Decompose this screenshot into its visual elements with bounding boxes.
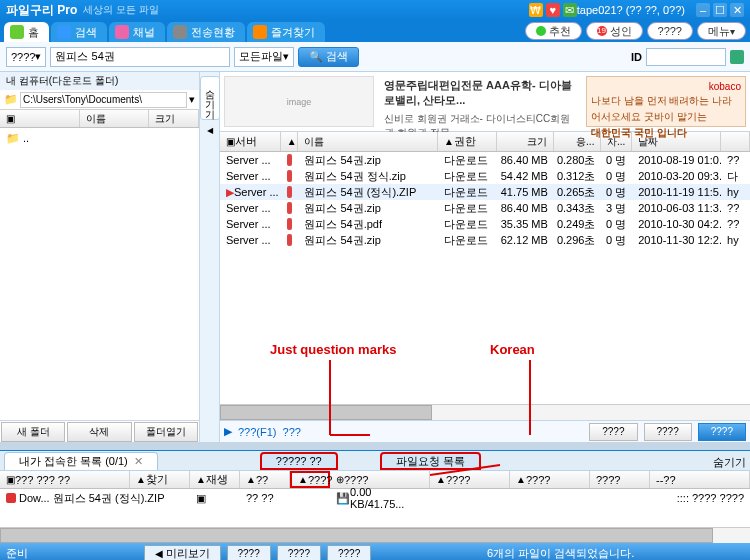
lower-hide-button[interactable]: 숨기기 [713,455,746,470]
search-bar: ???? ▾ 모든파일 ▾ 🔍 검색 ID [0,42,750,72]
tab-channel[interactable]: 채널 [109,22,165,42]
banner-thumb[interactable]: image [224,76,374,127]
footer-btn1[interactable]: ???? [589,423,637,441]
lcol-8[interactable]: --?? [650,471,750,488]
status-count: 6개의 파일이 검색되었습니다. [487,546,634,561]
path-dropdown-icon[interactable]: ▾ [189,93,195,106]
category-select[interactable]: ???? ▾ [6,47,46,67]
tab-close-icon[interactable]: ✕ [134,455,143,468]
lcol-play[interactable]: ▲ 재생 [190,471,240,488]
result-row[interactable]: ▶ Server ...원피스 54권 (정식).ZIP다운로드41.75 MB… [220,184,750,200]
path-input[interactable] [20,92,187,108]
lcol-6[interactable]: ▲ ???? [510,471,590,488]
lcol-7[interactable]: ???? [590,471,650,488]
search-input[interactable] [50,47,230,67]
status-btn3[interactable]: ???? [277,545,321,560]
collapse-strip: 숨기기 ◀ [200,72,220,442]
result-row[interactable]: Server ...원피스 54권.zip다운로드62.12 MB0.296초0… [220,232,750,248]
footer-btn3[interactable]: ???? [698,423,746,441]
result-row[interactable]: Server ...원피스 54권.zip다운로드86.40 MB0.343초3… [220,200,750,216]
tab-transfer[interactable]: 전송현황 [167,22,245,42]
sidebar-title: 내 컴퓨터(다운로드 폴더) [0,72,199,90]
user-label: tape021? (?? ??, 0??) [577,4,685,16]
col-server[interactable]: ▣ 서버 [220,132,281,151]
main-area: 내 컴퓨터(다운로드 폴더) 📁 ▾ ▣ 이름 크기 📁 .. 새 폴더 삭제 … [0,72,750,442]
titlebar: 파일구리 Pro 세상의 모든 파일 ₩ ♥ ✉ tape021? (?? ??… [0,0,750,20]
lcol-find[interactable]: ▲ 찾기 [130,471,190,488]
play-icon[interactable]: ▣ [196,492,206,505]
delete-button[interactable]: 삭제 [67,422,131,442]
preview-button[interactable]: ◀ 미리보기 [144,545,221,560]
minimize-icon[interactable]: – [696,3,710,17]
close-icon[interactable]: ✕ [730,3,744,17]
tab-file-request[interactable]: 파일요청 목록 [380,452,481,470]
mail-icon[interactable]: ✉ [563,3,577,17]
results-body[interactable]: Server ...원피스 54권.zip다운로드86.40 MB0.280초0… [220,152,750,404]
search-button[interactable]: 🔍 검색 [298,47,359,67]
coin-icon[interactable]: ₩ [529,3,543,17]
folder-list[interactable]: 📁 .. [0,128,199,420]
footer-btn2[interactable]: ???? [644,423,692,441]
app-logo: 파일구리 Pro [6,2,77,19]
lower-h-scrollbar[interactable] [0,527,750,543]
result-row[interactable]: Server ...원피스 54권.pdf다운로드35.35 MB0.249초0… [220,216,750,232]
horizontal-splitter[interactable] [0,442,750,450]
file-icon [6,493,16,503]
col-icon[interactable]: ▣ [0,110,80,127]
parent-folder-item[interactable]: 📁 .. [6,132,193,145]
folder-sidebar: 내 컴퓨터(다운로드 폴더) 📁 ▾ ▣ 이름 크기 📁 .. 새 폴더 삭제 … [0,72,200,442]
col-permission[interactable]: ▲ 권한 [438,132,497,151]
channel-icon [115,25,129,39]
open-folder-button[interactable]: 폴더열기 [134,422,198,442]
main-tabs: 홈 검색 채널 전송현황 즐겨찾기 추천 19성인 ???? 메뉴 ▾ [0,20,750,42]
col-size[interactable]: 크기 [149,110,199,127]
home-icon [10,25,24,39]
app-subtitle: 세상의 모든 파일 [83,3,159,17]
lcol-0[interactable]: ▣ ??? ??? ?? [0,471,130,488]
chevron-left-icon[interactable]: ◀ [207,126,213,135]
lower-tabs: 내가 접속한 목록 (0/1)✕ ????? ?? 파일요청 목록 숨기기 [0,451,750,471]
tab-search[interactable]: 검색 [51,22,107,42]
tab-connected-list[interactable]: 내가 접속한 목록 (0/1)✕ [4,452,158,470]
lower-panel: 내가 접속한 목록 (0/1)✕ ????? ?? 파일요청 목록 숨기기 ▣ … [0,450,750,543]
hide-sidebar-button[interactable]: 숨기기 [200,76,220,120]
col-type-icon[interactable]: ▲ [281,132,299,151]
id-input[interactable] [646,48,726,66]
folder-icon: 📁 [4,93,18,106]
id-go-icon[interactable] [730,50,744,64]
result-row[interactable]: Server ...원피스 54권 정식.zip다운로드54.42 MB0.31… [220,168,750,184]
tab-favorites[interactable]: 즐겨찾기 [247,22,325,42]
col-filename[interactable]: 이름 [298,132,437,151]
lcol-q[interactable]: ▲ ?? [240,471,290,488]
status-bar: 준비 ◀ 미리보기 ???? ???? ???? 6개의 파일이 검색되었습니다… [0,543,750,560]
col-filesize[interactable]: 크기 [497,132,554,151]
star-icon [253,25,267,39]
unknown-button[interactable]: ???? [647,22,693,40]
menu-button[interactable]: 메뉴 ▾ [697,22,746,40]
new-folder-button[interactable]: 새 폴더 [1,422,65,442]
tab-unknown[interactable]: ????? ?? [260,452,338,470]
h-scrollbar[interactable] [220,404,750,420]
banner-line1[interactable]: 영문주립대편입전문 AAA유학- 디아블로밸리, 산타모... [384,78,576,108]
search-icon [57,25,71,39]
result-row[interactable]: Server ...원피스 54권.zip다운로드86.40 MB0.280초0… [220,152,750,168]
banner-side-ad[interactable]: kobaco 나보다 남을 먼저 배려하는 나라 어서오세요 굿바이 말기는 대… [586,76,746,127]
disk-icon: 💾 [336,492,350,505]
help-icon[interactable]: ▶ [224,425,232,438]
lcol-5[interactable]: ▲ ???? [430,471,510,488]
sidebar-columns: ▣ 이름 크기 [0,110,199,128]
recommend-button[interactable]: 추천 [525,22,582,40]
filter-select[interactable]: 모든파일 ▾ [234,47,294,67]
maximize-icon[interactable]: ☐ [713,3,727,17]
adult-button[interactable]: 19성인 [586,22,643,40]
help-hint[interactable]: ???(F1) [238,426,277,438]
lcol-unknown[interactable]: ▲ ???? [290,471,330,488]
status-btn2[interactable]: ???? [227,545,271,560]
tab-home[interactable]: 홈 [4,22,49,42]
transfer-row[interactable]: Dow... 원피스 54권 (정식).ZIP ▣ ?? ?? 💾 0.00 K… [0,489,750,507]
status-btn4[interactable]: ???? [327,545,371,560]
col-name[interactable]: 이름 [80,110,149,127]
help-hint2[interactable]: ??? [283,426,301,438]
ad-banner: image 영문주립대편입전문 AAA유학- 디아블로밸리, 산타모... 신비… [220,72,750,132]
gift-icon[interactable]: ♥ [546,3,560,17]
